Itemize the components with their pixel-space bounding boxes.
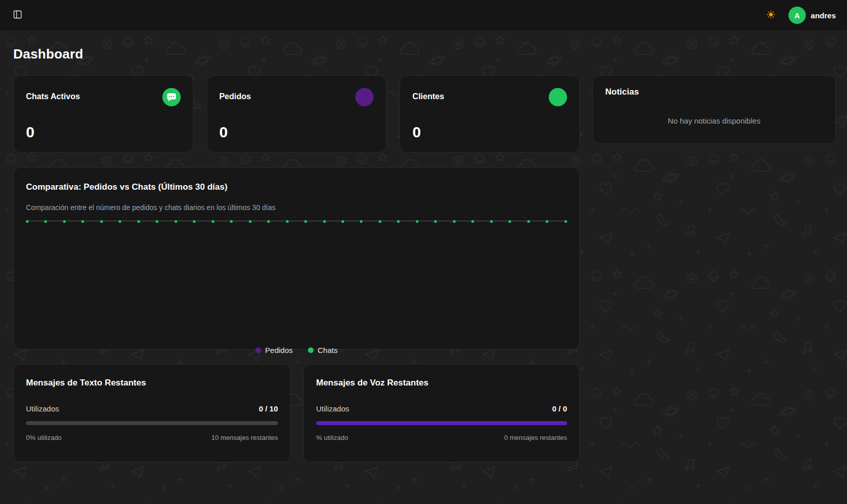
legend-item-pedidos: Pedidos bbox=[256, 346, 293, 354]
usage-footer-right: 10 mensajes restantes bbox=[211, 434, 278, 441]
stat-label: Clientes bbox=[412, 92, 444, 101]
stat-value: 0 bbox=[412, 125, 567, 140]
stat-card-chats-activos: Chats Activos 0 bbox=[13, 75, 193, 153]
usage-label: Utilizados bbox=[26, 404, 59, 413]
right-column: Noticias No hay noticias disponibles bbox=[592, 75, 836, 144]
stat-label: Pedidos bbox=[219, 92, 251, 101]
green-circle-icon bbox=[549, 88, 567, 106]
legend-dot-chats bbox=[308, 347, 314, 353]
purple-circle-icon bbox=[355, 88, 374, 106]
legend-label: Pedidos bbox=[265, 346, 293, 354]
text-messages-card: Mensajes de Texto Restantes Utilizados 0… bbox=[13, 364, 291, 462]
page-title: Dashboard bbox=[13, 46, 834, 62]
usage-row: Mensajes de Texto Restantes Utilizados 0… bbox=[13, 364, 580, 462]
sun-icon bbox=[767, 10, 775, 20]
usage-title: Mensajes de Texto Restantes bbox=[26, 378, 278, 388]
comparison-chart-card: Comparativa: Pedidos vs Chats (Últimos 3… bbox=[13, 167, 580, 349]
stat-value: 0 bbox=[219, 125, 374, 140]
chat-bubble-icon bbox=[162, 88, 181, 106]
voice-progress-fill bbox=[316, 421, 567, 425]
news-card: Noticias No hay noticias disponibles bbox=[592, 75, 836, 144]
text-progress-bar bbox=[26, 421, 278, 425]
voice-messages-card: Mensajes de Voz Restantes Utilizados 0 /… bbox=[303, 364, 580, 462]
stat-card-clientes: Clientes 0 bbox=[400, 75, 580, 153]
stats-row: Chats Activos 0 bbox=[13, 75, 580, 153]
usage-ratio: 0 / 0 bbox=[552, 404, 567, 413]
topbar-right: A andres bbox=[763, 7, 836, 24]
user-menu[interactable]: A andres bbox=[788, 7, 836, 24]
usage-footer-left: % utilizado bbox=[316, 434, 348, 441]
panel-left-icon bbox=[13, 10, 22, 21]
legend-label: Chats bbox=[318, 346, 337, 354]
chart-dots-row bbox=[26, 220, 567, 223]
news-title: Noticias bbox=[605, 87, 823, 97]
top-bar: A andres bbox=[0, 0, 847, 31]
legend-dot-pedidos bbox=[256, 347, 261, 353]
stat-card-pedidos: Pedidos 0 bbox=[207, 75, 387, 153]
usage-ratio: 0 / 10 bbox=[259, 404, 278, 413]
theme-toggle-button[interactable] bbox=[763, 7, 779, 23]
avatar: A bbox=[788, 7, 806, 24]
usage-footer-right: 0 mensajes restantes bbox=[504, 434, 567, 441]
news-empty-message: No hay noticias disponibles bbox=[605, 116, 823, 125]
usage-label: Utilizados bbox=[316, 404, 349, 413]
chart-subtitle: Comparación entre el número de pedidos y… bbox=[26, 203, 567, 212]
usage-title: Mensajes de Voz Restantes bbox=[316, 378, 567, 388]
left-column: Chats Activos 0 bbox=[13, 75, 580, 462]
username: andres bbox=[811, 11, 836, 20]
voice-progress-bar bbox=[316, 421, 567, 425]
sidebar-toggle-button[interactable] bbox=[9, 7, 25, 23]
main-content: Dashboard Chats Activos bbox=[0, 46, 847, 462]
chart-legend: Pedidos Chats bbox=[14, 346, 579, 354]
line-chart-plot bbox=[26, 220, 567, 225]
legend-item-chats: Chats bbox=[308, 346, 337, 354]
stat-value: 0 bbox=[26, 125, 181, 140]
usage-footer-left: 0% utilizado bbox=[26, 434, 62, 441]
chart-title: Comparativa: Pedidos vs Chats (Últimos 3… bbox=[26, 182, 567, 192]
stat-label: Chats Activos bbox=[26, 92, 80, 101]
